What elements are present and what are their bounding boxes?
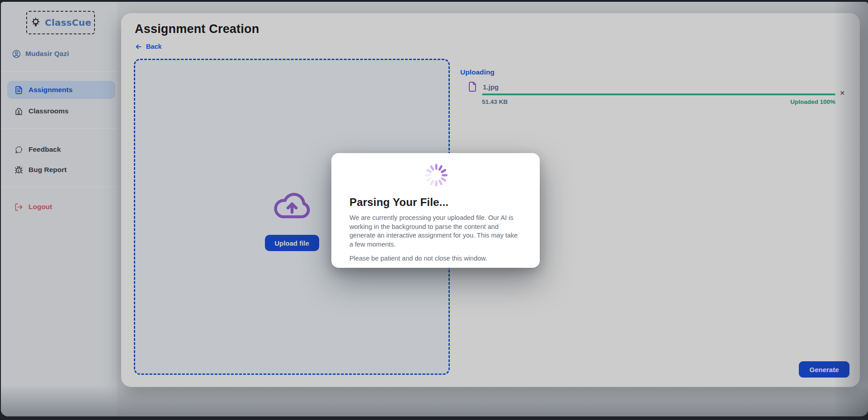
modal-note-text: Please be patient and do not close this …	[349, 254, 523, 263]
parsing-modal: Parsing Your File... We are currently pr…	[331, 153, 540, 268]
loading-spinner-icon	[424, 163, 448, 187]
modal-body-text: We are currently processing your uploade…	[349, 214, 523, 249]
modal-title: Parsing Your File...	[349, 196, 523, 209]
